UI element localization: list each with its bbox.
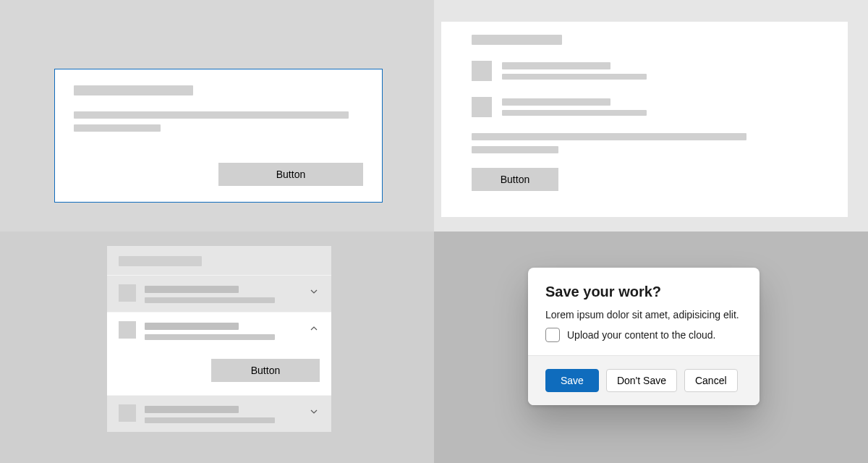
accordion-header[interactable]: [107, 396, 331, 432]
accordion-item-subtitle-placeholder: [145, 297, 275, 303]
dialog-demo-panel: Save your work? Lorem ipsum dolor sit am…: [434, 232, 868, 463]
accordion-title: [107, 246, 331, 275]
save-dialog: Save your work? Lorem ipsum dolor sit am…: [528, 268, 760, 405]
chevron-down-icon: [310, 287, 318, 296]
list-card: Button: [441, 22, 848, 217]
thumbnail-placeholder: [119, 404, 136, 422]
checkbox-label: Upload your content to the cloud.: [567, 329, 715, 341]
dont-save-button[interactable]: Don't Save: [606, 369, 677, 392]
thumbnail-placeholder: [119, 284, 136, 302]
accordion-item: [107, 395, 331, 432]
list-item-title-placeholder: [502, 62, 610, 69]
thumbnail-placeholder: [472, 61, 492, 81]
list-item-subtitle-placeholder: [502, 74, 647, 80]
accordion-body: Button: [107, 349, 331, 395]
accordion-header[interactable]: [107, 313, 331, 349]
card-body-placeholder: [74, 111, 349, 119]
dialog-title: Save your work?: [545, 284, 742, 300]
accordion-item-title-placeholder: [145, 286, 239, 293]
list-item-title-placeholder: [502, 98, 610, 106]
dialog-actions: Save Don't Save Cancel: [528, 355, 760, 405]
card-body-placeholder: [74, 124, 161, 132]
accordion-title-placeholder: [119, 256, 202, 266]
accordion-item-subtitle-placeholder: [145, 417, 275, 423]
card-body-placeholder: [472, 146, 558, 153]
thumbnail-placeholder: [119, 321, 136, 339]
card-title-placeholder: [472, 35, 562, 45]
dialog-body: Lorem ipsum dolor sit amet, adipisicing …: [545, 309, 742, 320]
accordion-item-title-placeholder: [145, 406, 239, 413]
accordion-item-title-placeholder: [145, 323, 239, 330]
card-action-button[interactable]: Button: [218, 163, 363, 186]
chevron-up-icon: [310, 324, 318, 333]
accordion-header[interactable]: [107, 276, 331, 312]
list-item: [472, 97, 817, 117]
wireframe-accordion-panel: Button: [0, 232, 434, 463]
card-title-placeholder: [74, 85, 193, 95]
list-item-subtitle-placeholder: [502, 110, 647, 116]
card-action-button[interactable]: Button: [472, 168, 558, 191]
chevron-down-icon: [310, 407, 318, 416]
selected-card[interactable]: Button: [54, 69, 383, 203]
card-body-placeholder: [472, 133, 746, 140]
accordion-action-button[interactable]: Button: [211, 359, 320, 382]
list-item: [472, 61, 817, 81]
cancel-button[interactable]: Cancel: [684, 369, 738, 392]
thumbnail-placeholder: [472, 97, 492, 117]
accordion-item: [107, 275, 331, 312]
upload-checkbox[interactable]: [545, 328, 560, 342]
wireframe-card-panel: Button: [0, 0, 434, 232]
accordion-item-subtitle-placeholder: [145, 334, 275, 340]
accordion: Button: [107, 246, 331, 432]
accordion-item: Button: [107, 312, 331, 395]
wireframe-list-card-panel: Button: [434, 0, 868, 232]
save-button[interactable]: Save: [545, 369, 599, 392]
